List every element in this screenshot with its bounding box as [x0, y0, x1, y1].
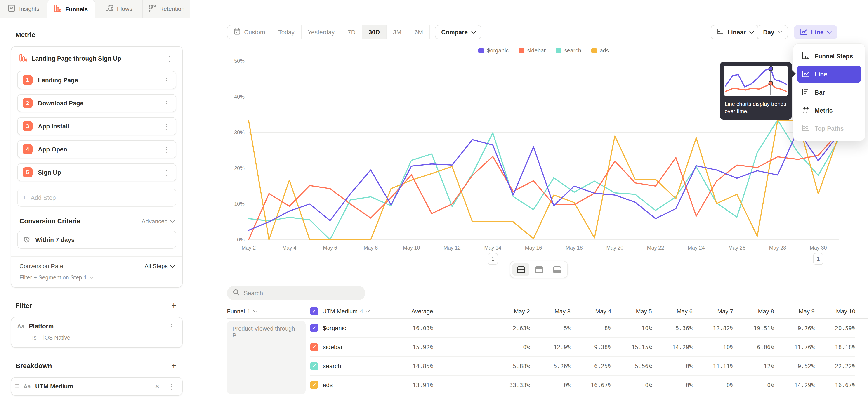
day-value: 9.76% — [774, 318, 815, 337]
granularity-dropdown[interactable]: Day — [757, 25, 788, 39]
filter-segment-dropdown[interactable]: Filter + Segment on Step 1 — [20, 275, 174, 281]
step-number-badge: 2 — [23, 98, 33, 108]
menu-item-metric[interactable]: Metric — [797, 102, 861, 119]
menu-item-bar[interactable]: Bar — [797, 84, 861, 101]
step-kebab-icon[interactable]: ⋮ — [162, 77, 171, 84]
tab-funnels[interactable]: Funnels — [48, 0, 95, 18]
add-step-label: Add Step — [31, 194, 56, 201]
day-column-header[interactable]: May 2 — [433, 304, 530, 318]
add-step-button[interactable]: + Add Step — [17, 189, 176, 207]
step-kebab-icon[interactable]: ⋮ — [162, 100, 171, 106]
step-number-badge: 3 — [23, 121, 33, 131]
conversion-window-button[interactable]: Within 7 days — [17, 231, 176, 249]
all-steps-dropdown[interactable]: All Steps — [145, 263, 174, 270]
funnel-step-4[interactable]: 4App Open⋮ — [17, 140, 176, 158]
day-value: 19.51% — [733, 318, 774, 337]
legend-item-search[interactable]: search — [556, 48, 581, 54]
legend-item-organic[interactable]: $organic — [478, 48, 508, 54]
date-range-6m[interactable]: 6M — [408, 25, 430, 39]
breakdown-column-header[interactable]: ✓UTM Medium4 — [310, 304, 378, 318]
layout-toggle-table-only-view[interactable] — [548, 263, 565, 276]
filter-kebab-icon[interactable]: ⋮ — [167, 323, 176, 330]
search-input[interactable] — [244, 290, 360, 296]
series-checkbox[interactable]: ✓ — [310, 381, 318, 389]
day-value: 8% — [570, 318, 611, 337]
series-checkbox[interactable]: ✓ — [310, 324, 318, 332]
conversion-window-label: Within 7 days — [35, 236, 74, 243]
step-kebab-icon[interactable]: ⋮ — [162, 123, 171, 130]
filter-value[interactable]: iOS Native — [43, 335, 70, 341]
day-value: 16.67% — [815, 375, 855, 394]
day-column-header[interactable]: May 7 — [692, 304, 733, 318]
compare-button[interactable]: Compare — [435, 25, 481, 39]
filter-property-name[interactable]: Platform — [29, 323, 162, 330]
day-column-header[interactable]: May 5 — [611, 304, 652, 318]
linear-axis-icon — [717, 28, 724, 36]
series-checkbox[interactable]: ✓ — [310, 362, 318, 370]
layout-toggle-split-view[interactable] — [512, 263, 529, 276]
day-value: 14.29% — [652, 337, 692, 356]
chevron-down-icon — [89, 275, 94, 279]
legend-swatch — [478, 48, 484, 53]
breakdown-kebab-icon[interactable]: ⋮ — [167, 383, 176, 390]
date-range-yesterday[interactable]: Yesterday — [301, 25, 341, 39]
date-range-30d[interactable]: 30D — [362, 25, 387, 39]
app-window: InsightsFunnelsFlowsRetention Metric Lan… — [0, 0, 868, 407]
tab-insights[interactable]: Insights — [0, 0, 48, 18]
menu-item-funnel-steps[interactable]: Funnel Steps — [797, 48, 861, 65]
advanced-dropdown[interactable]: Advanced — [142, 218, 174, 224]
step-kebab-icon[interactable]: ⋮ — [162, 146, 171, 153]
funnel-kebab-icon[interactable]: ⋮ — [164, 55, 174, 62]
funnel-step-2[interactable]: 2Download Page⋮ — [17, 94, 176, 112]
y-axis-tick: 20% — [234, 165, 245, 171]
x-axis-tick: May 30 — [810, 245, 827, 251]
funnel-step-3[interactable]: 3App Install⋮ — [17, 117, 176, 135]
drag-handle-icon[interactable]: ☰ — [15, 383, 19, 389]
add-breakdown-button[interactable]: + — [171, 361, 176, 370]
date-range-custom[interactable]: Custom — [227, 25, 272, 39]
chevron-down-icon — [170, 218, 175, 223]
day-column-header[interactable]: May 10 — [815, 304, 855, 318]
funnel-step-1[interactable]: 1Landing Page⋮ — [17, 71, 176, 89]
average-value: 14.85% — [378, 356, 433, 375]
day-column-header[interactable]: May 6 — [652, 304, 692, 318]
funnel-step-5[interactable]: 5Sign Up⋮ — [17, 163, 176, 181]
step-kebab-icon[interactable]: ⋮ — [162, 169, 171, 176]
date-range-3m[interactable]: 3M — [386, 25, 408, 39]
legend-item-sidebar[interactable]: sidebar — [519, 48, 546, 54]
legend-item-ads[interactable]: ads — [591, 48, 609, 54]
chevron-down-icon — [749, 29, 754, 34]
day-column-header[interactable]: May 3 — [530, 304, 570, 318]
remove-breakdown-icon[interactable]: ✕ — [152, 383, 162, 390]
series-line-ads[interactable] — [249, 121, 839, 240]
x-axis-tick: May 16 — [525, 245, 542, 251]
table-search[interactable] — [227, 286, 365, 300]
layout-toggle-chart-only-view[interactable] — [530, 263, 548, 276]
series-line-sidebar[interactable] — [249, 132, 839, 240]
series-checkbox[interactable]: ✓ — [310, 343, 318, 351]
metric-section-label: Metric — [16, 31, 183, 38]
conversion-rate-label: Conversion Rate — [20, 263, 63, 270]
date-range-7d[interactable]: 7D — [341, 25, 362, 39]
series-line-organic[interactable] — [249, 130, 839, 230]
day-column-header[interactable]: May 4 — [570, 304, 611, 318]
average-column-header[interactable]: Average — [378, 304, 433, 318]
breakdown-property-name[interactable]: UTM Medium — [35, 383, 147, 390]
funnel-column-header[interactable]: Funnel1 — [227, 304, 310, 318]
day-column-header[interactable]: May 9 — [774, 304, 815, 318]
tab-retention[interactable]: Retention — [143, 0, 190, 18]
table-row-series-sidebar: ✓sidebar — [310, 337, 378, 356]
tooltip-arrow — [792, 70, 796, 78]
date-range-today[interactable]: Today — [272, 25, 301, 39]
filter-operator[interactable]: Is — [32, 335, 36, 341]
chart-legend: $organicsidebarsearchads — [240, 48, 848, 54]
tab-flows[interactable]: Flows — [95, 0, 143, 18]
scale-dropdown[interactable]: Linear — [711, 25, 759, 39]
chart-type-dropdown[interactable]: Line — [794, 25, 837, 39]
menu-item-line[interactable]: Line — [797, 66, 861, 83]
add-filter-button[interactable]: + — [171, 301, 176, 310]
day-column-header[interactable]: May 8 — [733, 304, 774, 318]
day-value: 33.33% — [433, 375, 530, 394]
annotation-badge-label: 1 — [491, 256, 494, 262]
day-value: 10% — [611, 318, 652, 337]
